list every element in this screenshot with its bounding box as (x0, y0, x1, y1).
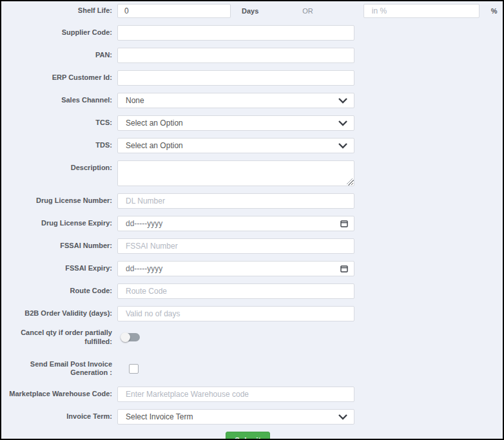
or-separator-label: OR (302, 7, 313, 15)
tds-select-wrap: Select an Option (117, 138, 354, 153)
invoice-term-select[interactable]: Select Invoice Term (117, 409, 354, 425)
settings-form-page: Shelf Life: Days OR % Supplier Code: PAN… (0, 0, 504, 440)
tcs-label: TCS: (1, 119, 112, 128)
erp-customer-id-input[interactable] (117, 70, 354, 86)
fssai-number-label: FSSAI Number: (1, 242, 112, 251)
form-row-shelf-life: Shelf Life: Days OR % (1, 4, 503, 18)
calendar-icon[interactable] (340, 265, 348, 273)
description-label: Description: (1, 160, 112, 173)
b2b-order-validity-label: B2B Order Validity (days): (1, 309, 112, 318)
description-textarea[interactable] (117, 160, 354, 186)
pan-input[interactable] (117, 48, 354, 63)
invoice-term-label: Invoice Term: (1, 412, 112, 421)
sales-channel-select[interactable]: None (117, 93, 354, 108)
sales-channel-select-wrap: None (117, 93, 354, 108)
form-row-send-email-checkbox: Send Email Post Invoice Generation : (1, 360, 503, 378)
fssai-expiry-label: FSSAI Expiry: (1, 264, 112, 273)
send-email-checkbox[interactable] (129, 364, 139, 374)
form-row-description: Description: (1, 160, 503, 186)
invoice-term-select-wrap: Select Invoice Term (117, 409, 354, 425)
tcs-select[interactable]: Select an Option (117, 115, 354, 131)
form-row-b2b-order-validity: B2B Order Validity (days): (1, 306, 503, 321)
route-code-label: Route Code: (1, 287, 112, 296)
form-row-drug-license-number: Drug License Number: (1, 193, 503, 209)
form-row-fssai-expiry: FSSAI Expiry: (1, 261, 503, 276)
cancel-qty-toggle-switch[interactable] (121, 333, 140, 341)
drug-license-expiry-label: Drug License Expiry: (1, 219, 112, 228)
form-row-tds: TDS: Select an Option (1, 138, 503, 153)
form-row-pan: PAN: (1, 48, 503, 63)
tds-select[interactable]: Select an Option (117, 138, 354, 153)
submit-button[interactable]: Submit (226, 432, 270, 440)
send-email-checkbox-label: Send Email Post Invoice Generation : (1, 360, 112, 378)
form-row-erp-customer-id: ERP Customer Id: (1, 70, 503, 86)
form-row-marketplace-warehouse-code: Marketplace Warehouse Code: (1, 387, 503, 402)
form-row-fssai-number: FSSAI Number: (1, 238, 503, 254)
shelf-life-label: Shelf Life: (1, 6, 112, 15)
tcs-select-wrap: Select an Option (117, 115, 354, 131)
cancel-qty-toggle-label: Cancel qty if order partially fulfilled: (1, 329, 112, 347)
fssai-number-input[interactable] (117, 238, 354, 254)
shelf-life-days-input[interactable] (117, 4, 231, 18)
toggle-knob (121, 332, 130, 342)
drug-license-expiry-wrap (117, 216, 354, 231)
form-row-drug-license-expiry: Drug License Expiry: (1, 216, 503, 231)
b2b-order-validity-input[interactable] (117, 306, 354, 321)
form-row-sales-channel: Sales Channel: None (1, 93, 503, 108)
form-row-cancel-qty-toggle: Cancel qty if order partially fulfilled: (1, 329, 503, 347)
days-unit-label: Days (242, 7, 258, 15)
form-row-route-code: Route Code: (1, 283, 503, 299)
supplier-code-input[interactable] (117, 25, 354, 41)
form-row-submit: Submit (1, 432, 503, 440)
marketplace-warehouse-code-label: Marketplace Warehouse Code: (1, 390, 112, 399)
supplier-code-label: Supplier Code: (1, 28, 112, 37)
sales-channel-label: Sales Channel: (1, 96, 112, 105)
fssai-expiry-wrap (117, 261, 354, 276)
form-row-tcs: TCS: Select an Option (1, 115, 503, 131)
shelf-life-percent-input[interactable] (363, 4, 480, 18)
route-code-input[interactable] (117, 283, 354, 299)
drug-license-number-label: Drug License Number: (1, 196, 112, 206)
erp-customer-id-label: ERP Customer Id: (1, 73, 112, 82)
drug-license-number-input[interactable] (117, 193, 354, 209)
form-row-supplier-code: Supplier Code: (1, 25, 503, 41)
form-row-invoice-term: Invoice Term: Select Invoice Term (1, 409, 503, 425)
calendar-icon[interactable] (340, 220, 348, 227)
pan-label: PAN: (1, 51, 112, 60)
percent-symbol-label: % (491, 7, 498, 15)
tds-label: TDS: (1, 141, 112, 150)
marketplace-warehouse-code-input[interactable] (117, 387, 354, 402)
drug-license-expiry-input[interactable] (117, 216, 354, 231)
fssai-expiry-input[interactable] (117, 261, 354, 276)
